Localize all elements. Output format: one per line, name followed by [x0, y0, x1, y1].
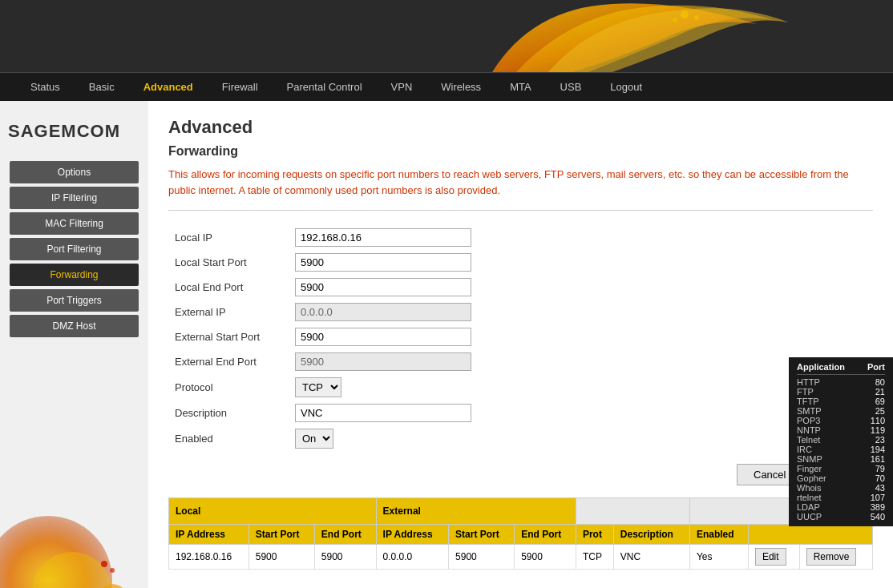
nav-firewall[interactable]: Firewall [208, 73, 273, 102]
svg-point-0 [681, 10, 689, 18]
protocol-label: Protocol [168, 374, 289, 401]
description-label: Description [168, 401, 289, 425]
forwarding-table: Local External Remove All IP Address Sta… [168, 497, 873, 570]
col-local-end: End Port [314, 525, 376, 545]
col-ext-end: End Port [515, 525, 576, 545]
port-panel-header: Application Port [797, 362, 885, 375]
col-enabled: Enabled [689, 525, 748, 545]
nav-basic[interactable]: Basic [75, 73, 129, 102]
port-panel-row: NNTP119 [797, 425, 885, 435]
sidebar-flame [0, 484, 148, 588]
app-name: TFTP [797, 397, 819, 406]
port-panel-row: Gopher70 [797, 473, 885, 483]
nav-usb[interactable]: USB [546, 73, 596, 102]
sidebar-item-forwarding[interactable]: Forwarding [10, 264, 139, 286]
nav-mta[interactable]: MTA [495, 73, 545, 102]
port-panel-row: rtelnet107 [797, 493, 885, 502]
port-panel-app-col: Application [797, 362, 845, 372]
table-group-header-row: Local External Remove All [169, 498, 873, 525]
app-name: NNTP [797, 425, 821, 435]
table-body: 192.168.0.16 5900 5900 0.0.0.0 5900 5900… [169, 545, 873, 570]
form-row-local-end-port: Local End Port [168, 275, 478, 300]
form-row-protocol: Protocol TCP UDP Both [168, 374, 478, 401]
app-name: LDAP [797, 502, 820, 512]
sidebar-item-port-filtering[interactable]: Port Filtering [10, 238, 139, 260]
nav-vpn[interactable]: VPN [377, 73, 427, 102]
sidebar-logo: SAGEMCOM [0, 109, 148, 158]
port-reference-panel: Application Port HTTP80FTP21TFTP69SMTP25… [789, 357, 893, 526]
col-ext-start: Start Port [449, 525, 515, 545]
cell-enabled: Yes [689, 545, 748, 570]
port-panel-row: SNMP161 [797, 454, 885, 464]
port-number: 23 [875, 435, 885, 445]
cell-prot: TCP [576, 545, 613, 570]
col-prot: Prot [576, 525, 613, 545]
svg-point-2 [673, 18, 677, 22]
port-panel-row: IRC194 [797, 445, 885, 454]
port-panel-row: FTP21 [797, 387, 885, 397]
nav-status[interactable]: Status [16, 73, 75, 102]
sidebar-item-dmz-host[interactable]: DMZ Host [10, 315, 139, 337]
local-ip-label: Local IP [168, 225, 289, 250]
section-title: Forwarding [168, 144, 873, 159]
col-local-start: Start Port [249, 525, 314, 545]
page-description: This allows for incoming requests on spe… [168, 167, 873, 211]
port-panel-row: LDAP389 [797, 502, 885, 512]
port-number: 110 [871, 416, 885, 425]
forwarding-form: Local IP Local Start Port Local End Port… [168, 225, 478, 452]
app-name: FTP [797, 387, 814, 397]
cell-local-ip: 192.168.0.16 [169, 545, 249, 570]
external-ip-label: External IP [168, 300, 289, 324]
logo-text: SAGEMCOM [8, 121, 120, 141]
sidebar-item-mac-filtering[interactable]: MAC Filtering [10, 212, 139, 235]
description-input[interactable] [295, 404, 471, 422]
remove-button[interactable]: Remove [806, 548, 857, 566]
app-name: Telnet [797, 435, 820, 445]
port-number: 69 [875, 397, 885, 406]
external-start-port-input[interactable] [295, 328, 471, 346]
layout: SAGEMCOM Options IP Filtering MAC Filter… [0, 101, 893, 588]
external-end-port-input [295, 352, 471, 371]
page-title: Advanced [168, 117, 873, 138]
port-panel-row: HTTP80 [797, 377, 885, 387]
port-panel-row: Whois43 [797, 483, 885, 493]
nav-parental-control[interactable]: Parental Control [273, 73, 377, 102]
local-start-port-label: Local Start Port [168, 250, 289, 275]
local-group-header: Local [169, 498, 377, 525]
nav-wireless[interactable]: Wireless [426, 73, 495, 102]
port-number: 389 [871, 502, 885, 512]
app-name: Finger [797, 464, 822, 473]
col-actions [748, 525, 872, 545]
cell-remove: Remove [799, 545, 872, 570]
port-panel-row: UUCP540 [797, 512, 885, 522]
col-ext-ip: IP Address [376, 525, 449, 545]
table-column-header-row: IP Address Start Port End Port IP Addres… [169, 525, 873, 545]
local-ip-input[interactable] [295, 228, 471, 247]
app-name: POP3 [797, 416, 820, 425]
sidebar-item-ip-filtering[interactable]: IP Filtering [10, 187, 139, 209]
external-ip-input [295, 303, 471, 321]
local-start-port-input[interactable] [295, 253, 471, 272]
port-number: 79 [875, 464, 885, 473]
enabled-select[interactable]: On Off [295, 429, 333, 449]
nav-advanced[interactable]: Advanced [129, 73, 208, 102]
edit-button[interactable]: Edit [755, 548, 786, 566]
external-end-port-label: External End Port [168, 349, 289, 374]
local-end-port-input[interactable] [295, 278, 471, 296]
nav-logout[interactable]: Logout [596, 73, 657, 102]
port-number: 107 [871, 493, 885, 502]
cell-ext-end: 5900 [515, 545, 576, 570]
port-number: 70 [875, 473, 885, 483]
sidebar-item-port-triggers[interactable]: Port Triggers [10, 289, 139, 312]
protocol-select[interactable]: TCP UDP Both [295, 377, 341, 397]
form-row-description: Description [168, 401, 478, 425]
cell-local-end: 5900 [314, 545, 376, 570]
nav: Status Basic Advanced Firewall Parental … [0, 72, 893, 101]
sidebar-item-options[interactable]: Options [10, 161, 139, 183]
svg-point-1 [694, 15, 699, 20]
sidebar: SAGEMCOM Options IP Filtering MAC Filter… [0, 101, 148, 588]
form-row-external-end-port: External End Port [168, 349, 478, 374]
form-buttons: Cancel Apply [168, 464, 873, 485]
enabled-label: Enabled [168, 425, 289, 452]
app-name: SMTP [797, 406, 822, 416]
